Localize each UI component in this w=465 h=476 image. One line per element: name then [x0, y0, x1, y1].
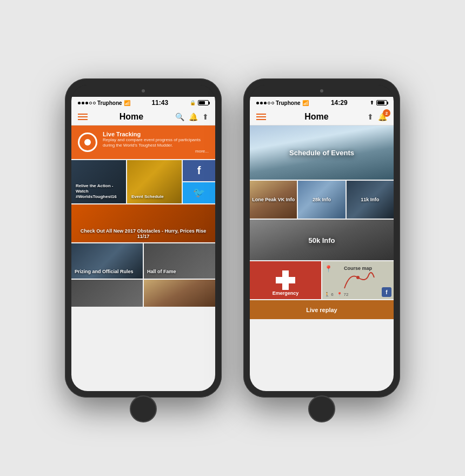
share-icon-nav[interactable]: ⬆	[367, 113, 374, 121]
prizing-tile[interactable]: Prizing and Official Rules	[71, 243, 143, 279]
runner-count: 72	[344, 292, 349, 297]
main-scene: Truphone 📶 11:43 🔒 Home	[43, 57, 422, 419]
media-row: Relive the Action - Watch #WorldsToughes…	[71, 160, 215, 203]
nav-bar-1: Home 🔍 🔔 ⬆	[71, 109, 215, 125]
live-tracking-icon	[78, 133, 97, 152]
live-tracking-more[interactable]: more...	[103, 149, 209, 154]
status-bar-2: Truphone 📶 14:29 ⬆	[250, 97, 394, 109]
lock-icon: 🔒	[190, 100, 196, 105]
video-tile[interactable]: Relive the Action - Watch #WorldsToughes…	[71, 160, 126, 203]
prizing-label: Prizing and Official Rules	[75, 269, 134, 275]
live-replay-bar[interactable]: Live replay	[250, 300, 394, 319]
runner-icon: 📍	[337, 292, 342, 297]
lone-peak-label: Lone Peak VK Info	[252, 197, 295, 202]
wifi-icon: 📶	[124, 100, 130, 106]
live-tracking-desc: Replay and compare event progress of par…	[103, 137, 209, 149]
bottom-tile-1[interactable]	[71, 280, 143, 307]
facebook-icon: f	[197, 164, 201, 177]
status-bar-1: Truphone 📶 11:43 🔒	[71, 97, 215, 109]
bell-icon[interactable]: 🔔	[189, 113, 198, 121]
walker-count: 6	[331, 292, 333, 297]
nav-icons: 🔍 🔔 ⬆	[175, 113, 209, 121]
signal-dot	[268, 102, 270, 104]
media-tiles: Relive the Action - Watch #WorldsToughes…	[71, 160, 182, 203]
carrier-label: Truphone	[97, 100, 122, 106]
twitter-button[interactable]: 🐦	[183, 182, 215, 203]
phone-2-inner: Truphone 📶 14:29 ⬆ Home	[250, 85, 394, 391]
svg-point-0	[356, 276, 360, 279]
signal-dot	[85, 102, 88, 104]
signal-dot	[271, 102, 274, 104]
page-title: Home	[119, 112, 143, 122]
menu-button-2[interactable]	[256, 114, 266, 120]
menu-button[interactable]	[78, 114, 88, 120]
phone-2: Truphone 📶 14:29 ⬆ Home	[243, 78, 400, 398]
event-schedule-tile[interactable]: Event Schedule	[127, 160, 182, 203]
screen-content-1: Live Tracking Replay and compare event p…	[71, 125, 215, 391]
home-button-1[interactable]	[130, 395, 157, 422]
search-icon[interactable]: 🔍	[175, 113, 184, 121]
page-title-2: Home	[304, 112, 328, 122]
twitter-icon: 🐦	[193, 187, 205, 199]
battery-icon-2	[376, 100, 387, 105]
phone-2-top	[250, 85, 394, 97]
share-icon[interactable]: ⬆	[202, 113, 209, 121]
camera-dot-2	[320, 89, 323, 92]
carrier-label-2: Truphone	[276, 100, 301, 106]
11k-tile[interactable]: 11k Info	[347, 181, 394, 219]
signal-dot	[78, 102, 81, 104]
facebook-small-icon[interactable]: f	[382, 287, 391, 297]
course-map-label: Course map	[344, 266, 372, 271]
course-map-tile[interactable]: 📍 Course map 🚶 6 📍 72 f	[322, 261, 394, 299]
obstacle-banner-label: Check Out All New 2017 Obstacles - Hurry…	[76, 228, 211, 239]
hall-of-fame-tile[interactable]: Hall of Fame	[144, 243, 215, 279]
obstacle-banner[interactable]: Check Out All New 2017 Obstacles - Hurry…	[71, 204, 215, 242]
phone-1-top	[71, 85, 215, 97]
bottom-tile-2[interactable]	[144, 280, 215, 307]
nav-bar-2: Home ⬆ 🔔 2	[250, 109, 394, 125]
facebook-button[interactable]: f	[183, 160, 215, 181]
28k-label: 28k Info	[313, 197, 331, 202]
schedule-hero-label: Schedule of Events	[289, 149, 354, 157]
notification-badge: 2	[383, 109, 390, 117]
video-tile-label: Relive the Action - Watch #WorldsToughes…	[76, 183, 126, 200]
info-tiles: Lone Peak VK Info 28k Info 11k Info	[250, 181, 394, 219]
live-replay-label: Live replay	[306, 307, 337, 313]
social-column: f 🐦	[183, 160, 215, 203]
bottom-tiles: Prizing and Official Rules Hall of Fame	[71, 243, 215, 279]
50k-label: 50k Info	[308, 236, 335, 244]
signal-dot	[82, 102, 84, 104]
hall-of-fame-label: Hall of Fame	[147, 269, 176, 275]
emergency-tile[interactable]: Emergency	[250, 261, 321, 299]
camera-dot	[142, 89, 145, 92]
live-tracking-banner[interactable]: Live Tracking Replay and compare event p…	[71, 125, 215, 159]
emergency-map-row: Emergency 📍 Course map 🚶	[250, 261, 394, 299]
phone-1: Truphone 📶 11:43 🔒 Home	[65, 78, 222, 398]
emergency-label: Emergency	[273, 290, 299, 296]
battery-icon	[198, 100, 209, 105]
walker-icon: 🚶	[324, 292, 330, 297]
nav-icons-2: ⬆ 🔔 2	[367, 112, 387, 122]
event-schedule-label: Event Schedule	[131, 194, 164, 200]
signal-dot	[264, 102, 267, 104]
wifi-icon-2: 📶	[302, 100, 309, 106]
home-button-2[interactable]	[308, 395, 335, 422]
11k-label: 11k Info	[361, 197, 379, 202]
screen-content-2: Schedule of Events Lone Peak VK Info 28k…	[250, 125, 394, 391]
schedule-hero[interactable]: Schedule of Events	[250, 125, 394, 180]
50k-tile[interactable]: 50k Info	[250, 220, 394, 260]
emergency-cross-icon	[276, 270, 295, 290]
time-display-2: 14:29	[331, 99, 348, 107]
signal-dot	[256, 102, 259, 104]
28k-tile[interactable]: 28k Info	[298, 181, 345, 219]
live-tracking-text: Live Tracking Replay and compare event p…	[103, 131, 209, 154]
bottom-strip	[71, 280, 215, 307]
signal-dot	[93, 102, 96, 104]
signal-dot	[89, 102, 92, 104]
time-display: 11:43	[151, 99, 168, 107]
live-tracking-title: Live Tracking	[103, 131, 209, 137]
share-icon-2: ⬆	[370, 100, 374, 105]
lone-peak-tile[interactable]: Lone Peak VK Info	[250, 181, 297, 219]
map-pin-icon: 📍	[324, 265, 333, 273]
live-icon-inner	[84, 139, 91, 146]
